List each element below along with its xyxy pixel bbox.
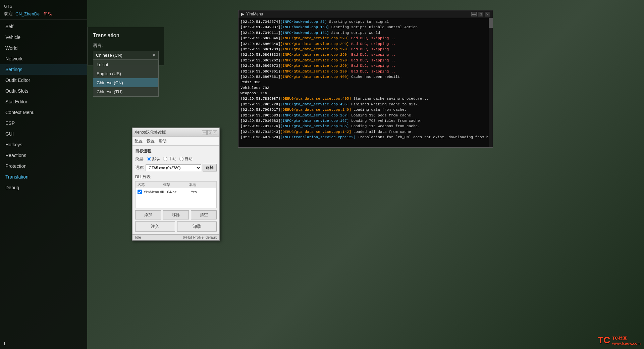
console-line: [02:29:53.7905583][INFO/gta_data_service… [240, 113, 491, 118]
sidebar-item-gui[interactable]: GUI [0, 129, 87, 139]
console-line: [02:29:53.6860346][INFO/gta_data_service… [240, 36, 491, 41]
dll-table-body: YimMenu.dll 64-bit Yes [135, 188, 217, 208]
type-radio-group: 类型: 默认 手动 自动 [135, 156, 217, 162]
inject-button[interactable]: 注入 [135, 221, 175, 232]
language-dropdown-container[interactable]: Chinese (CN) ▼ Lolcat English (US) Chine… [93, 51, 159, 60]
xenos-body: 目标进程 类型: 默认 手动 自动 进程: GTA5.exe (0x2780) [132, 146, 219, 234]
console-scrollbar[interactable] [489, 18, 493, 147]
target-process-title: 目标进程 [135, 148, 217, 154]
sidebar-item-context-menu[interactable]: Context Menu [0, 107, 87, 118]
dll-arch: 64-bit [167, 190, 191, 194]
console-line: Peds: 336 [240, 80, 491, 85]
sidebar-item-settings[interactable]: Settings [0, 64, 87, 75]
radio-default-label[interactable]: 默认 [147, 156, 160, 162]
radio-default[interactable] [147, 157, 151, 161]
xenos-status-right: 64-bit Profile: default [183, 235, 217, 239]
xenos-maximize-button[interactable]: □ [207, 130, 212, 135]
sidebar-item-debug[interactable]: Debug [0, 182, 87, 193]
xenos-controls: — □ ✕ [202, 130, 217, 135]
watermark-name: TC社区 [612, 335, 641, 341]
username: CN_ZhenDe [15, 11, 40, 16]
language-dropdown-list: Lolcat English (US) Chinese (CN) Chinese… [93, 60, 159, 97]
xenos-menu-config[interactable]: 配置 [135, 138, 143, 145]
radio-auto-label[interactable]: 自动 [179, 156, 193, 162]
option-chinese-cn[interactable]: Chinese (CN) [93, 78, 158, 87]
sidebar-item-self[interactable]: Self [0, 21, 87, 32]
xenos-window: Xenos汉化修改版 — □ ✕ 配置 设置 帮助 目标进程 类型: 默认 手动 [132, 128, 220, 241]
xenos-statusbar: Idle 64-bit Profile: default [132, 234, 219, 240]
console-line: [02:29:51.7049111][INFO/backend.cpp:181]… [240, 31, 491, 36]
option-chinese-tu[interactable]: Chinese (TU) [93, 87, 158, 96]
translation-panel-title: Translation [93, 33, 159, 39]
xenos-menubar: 配置 设置 帮助 [132, 137, 219, 146]
dll-checkbox[interactable] [138, 190, 142, 194]
sidebar-item-world[interactable]: World [0, 43, 87, 53]
dll-section-title: DLL列表 [135, 174, 217, 180]
clear-dll-button[interactable]: 清空 [191, 210, 217, 219]
option-english-us[interactable]: English (US) [93, 69, 158, 78]
console-maximize-button[interactable]: □ [478, 12, 483, 16]
language-dropdown-selected[interactable]: Chinese (CN) [93, 51, 159, 60]
console-titlebar: ▶ YimMenu — □ ✕ [238, 10, 493, 18]
sidebar-item-outfit-editor[interactable]: Outfit Editor [0, 75, 87, 86]
xenos-title: Xenos汉化修改版 [135, 130, 166, 135]
console-scrollbar-thumb[interactable] [489, 18, 493, 28]
console-line: [02:29:53.7839087][DEBUG/gta_data_servic… [240, 96, 491, 101]
xenos-close-button[interactable]: ✕ [213, 130, 217, 135]
xenos-menu-settings[interactable]: 设置 [147, 138, 155, 145]
sidebar: GTS 欢迎 CN_ZhenDe 知战 Self Vehicle World N… [0, 0, 87, 349]
console-line: [02:29:51.7042574][INFO/backend.cpp:87] … [240, 19, 491, 24]
remove-dll-button[interactable]: 移除 [163, 210, 189, 219]
xenos-inject-row: 注入 卸载 [135, 221, 217, 232]
console-icon: ▶ [241, 12, 244, 16]
taskbar-icon: L [4, 342, 6, 346]
dll-col-arch: 框架 [163, 182, 189, 187]
type-label: 类型: [135, 156, 144, 162]
process-select[interactable]: GTA5.exe (0x2780) [146, 164, 201, 171]
watermark: TC TC社区 www.fcaqw.com [598, 335, 641, 346]
console-line: Weapons: 116 [240, 91, 491, 96]
console-window: ▶ YimMenu — □ ✕ [02:29:51.7042574][INFO/… [238, 10, 493, 148]
radio-manual[interactable] [163, 157, 167, 161]
dll-row: YimMenu.dll 64-bit Yes [138, 189, 214, 195]
process-row: 进程: GTA5.exe (0x2780) 选择 [135, 164, 217, 171]
watermark-url: www.fcaqw.com [612, 341, 641, 345]
console-line: [02:29:53.6867361][INFO/gta_data_service… [240, 74, 491, 80]
user-info: 欢迎 CN_ZhenDe 知战 [0, 9, 87, 18]
sidebar-divider [0, 19, 87, 20]
console-line: [02:29:51.7049037][INFO/backend.cpp:168]… [240, 25, 491, 30]
radio-manual-label[interactable]: 手动 [163, 156, 176, 162]
sidebar-item-vehicle[interactable]: Vehicle [0, 32, 87, 43]
sidebar-item-esp[interactable]: ESP [0, 118, 87, 129]
xenos-action-row: 添加 移除 清空 [135, 210, 217, 219]
unload-button[interactable]: 卸载 [177, 221, 217, 232]
radio-auto[interactable] [179, 157, 183, 161]
watermark-logo: TC [598, 335, 610, 346]
dll-local: Yes [191, 190, 214, 194]
console-line: [02:29:53.7905729][INFO/gta_data_service… [240, 102, 491, 107]
option-lolcat[interactable]: Lolcat [93, 60, 158, 69]
console-line: [02:29:53.6860346][INFO/gta_data_service… [240, 42, 491, 47]
dll-name: YimMenu.dll [144, 190, 167, 194]
console-minimize-button[interactable]: — [471, 12, 477, 16]
xenos-menu-help[interactable]: 帮助 [159, 138, 167, 145]
sidebar-item-network[interactable]: Network [0, 53, 87, 64]
xenos-minimize-button[interactable]: — [202, 130, 207, 135]
sidebar-item-protection[interactable]: Protection [0, 161, 87, 171]
sidebar-item-outfit-slots[interactable]: Outfit Slots [0, 86, 87, 96]
sidebar-item-stat-editor[interactable]: Stat Editor [0, 96, 87, 107]
console-line: [02:29:53.7917176][INFO/gta_data_service… [240, 124, 491, 129]
sidebar-item-reactions[interactable]: Reactions [0, 150, 87, 161]
console-line: [02:29:53.6867361][INFO/gta_data_service… [240, 69, 491, 74]
console-line: [02:38:36.4970629][INFO/translation_serv… [240, 135, 491, 140]
process-label: 进程: [135, 165, 144, 170]
console-line: [02:29:53.7918243][DEBUG/gta_data_servic… [240, 130, 491, 135]
add-dll-button[interactable]: 添加 [135, 210, 161, 219]
sidebar-item-hotkeys[interactable]: Hotkeys [0, 139, 87, 150]
dll-col-local: 本地 [189, 182, 214, 187]
select-process-button[interactable]: 选择 [203, 164, 217, 171]
console-controls: — □ ✕ [471, 12, 490, 16]
sidebar-item-translation[interactable]: Translation [0, 171, 87, 182]
xenos-titlebar: Xenos汉化修改版 — □ ✕ [132, 128, 219, 137]
console-close-button[interactable]: ✕ [485, 12, 490, 16]
